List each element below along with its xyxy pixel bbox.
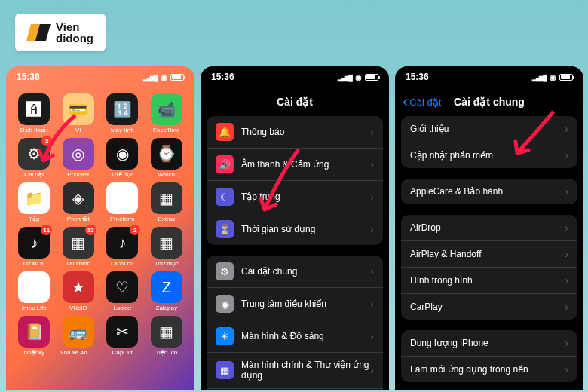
app-label: CapCut: [112, 349, 133, 356]
app-tiện-ích[interactable]: ▦Tiện ích: [146, 316, 188, 356]
app-nhà-xe-an-anh[interactable]: 🚌Nhà xe An Anh: [58, 316, 100, 356]
settings-row-airplay-handoff[interactable]: AirPlay & Handoff: [401, 241, 577, 268]
battery-icon: [365, 74, 378, 81]
app-cài-đặt[interactable]: ⚙3Cài đặt: [14, 138, 55, 178]
row-label: Màn hình chính & Thư viện ứng dụng: [241, 360, 370, 381]
signal-icon: [338, 72, 352, 82]
settings-row-th-i-gian-s-d-ng[interactable]: ⏳Thời gian sử dụng: [207, 213, 383, 245]
settings-row-dung-l-ng-iphone[interactable]: Dung lượng iPhone: [401, 330, 577, 357]
app-label: Nhật ký: [23, 349, 44, 356]
app-capcut[interactable]: ✂CapCut: [102, 316, 143, 356]
nav-header: Cài đặt: [201, 87, 389, 116]
app-la-xu-bu[interactable]: ♪2La xu bu: [102, 227, 143, 267]
logo-text: Vien didong: [56, 21, 93, 44]
chevron-right-icon: [370, 191, 374, 203]
app-label: Ví: [75, 127, 81, 133]
settings-row-tr-n-ng[interactable]: ♿Trợ năng: [207, 389, 383, 390]
app-icon: ▦: [151, 227, 182, 259]
phone-home-screen: 15:36 🅰Dịch thuật💳Ví🔢Máy tính📹FaceTime⚙3…: [6, 66, 194, 390]
row-label: Dung lượng iPhone: [410, 338, 565, 348]
settings-list: 🔔Thông báo🔊Âm thanh & Cảm ứng☾Tập trung⏳…: [201, 116, 389, 390]
status-bar: 15:36: [395, 66, 583, 87]
app-icon: Z: [151, 271, 182, 303]
settings-row-c-p-nh-t-ph-n-m-m[interactable]: Cập nhật phần mềm: [401, 142, 577, 168]
row-label: Thời gian sử dụng: [241, 224, 370, 234]
battery-icon: [559, 74, 573, 81]
chevron-right-icon: [370, 158, 374, 170]
app-icon: ★: [63, 271, 94, 303]
app-nhật-ký[interactable]: 📔Nhật ký: [14, 316, 55, 356]
back-button[interactable]: Cài đặt: [403, 93, 441, 110]
settings-row-t-p-trung[interactable]: ☾Tập trung: [207, 181, 383, 213]
notification-badge: 11: [41, 225, 52, 235]
app-máy-tính[interactable]: 🔢Máy tính: [102, 93, 143, 133]
chevron-right-icon: [370, 265, 374, 277]
chevron-right-icon: [565, 274, 568, 286]
app-label: Watch: [158, 171, 175, 178]
page-title: Cài đặt chung: [454, 96, 525, 108]
app-phim-tắt[interactable]: ◈Phim tắt: [58, 182, 100, 222]
row-icon: ◉: [216, 295, 234, 313]
app-vneid[interactable]: ★VNeID: [58, 271, 100, 311]
app-tài-chính[interactable]: ▦12Tài chính: [58, 227, 100, 267]
chevron-right-icon: [565, 222, 568, 234]
app-dịch-thuật[interactable]: 🅰Dịch thuật: [14, 93, 55, 133]
row-label: Màn hình & Độ sáng: [241, 331, 370, 341]
app-extras[interactable]: ▦Extras: [146, 182, 188, 222]
status-time: 15:36: [17, 72, 40, 82]
settings-row-carplay[interactable]: CarPlay: [401, 294, 577, 320]
app-ví[interactable]: 💳Ví: [58, 93, 100, 133]
settings-row-m-n-h-nh-s-ng[interactable]: ☀Màn hình & Độ sáng: [207, 320, 383, 353]
settings-group: 🔔Thông báo🔊Âm thanh & Cảm ứng☾Tập trung⏳…: [207, 116, 383, 245]
app-thư-mục[interactable]: ▦Thư mục: [146, 227, 188, 267]
app-icon: ◈: [63, 182, 94, 214]
app-facetime[interactable]: 📹FaceTime: [146, 93, 188, 133]
app-freeform[interactable]: ✎Freeform: [102, 182, 143, 222]
app-zalopay[interactable]: ZZalopay: [146, 271, 188, 311]
row-label: Trung tâm điều khiển: [241, 299, 370, 309]
settings-row-trung-t-m-i-u-khi-n[interactable]: ◉Trung tâm điều khiển: [207, 288, 383, 320]
chevron-right-icon: [565, 337, 568, 349]
app-icon: ♪11: [18, 227, 50, 259]
app-icon: ●: [18, 271, 50, 303]
settings-row-applecare-b-o-h-nh[interactable]: AppleCare & Bảo hành: [401, 179, 577, 204]
app-label: Zalopay: [156, 305, 177, 311]
app-locket[interactable]: ♡Locket: [102, 271, 143, 311]
settings-row-gi-i-thi-u[interactable]: Giới thiệu: [401, 116, 577, 142]
app-imou-life[interactable]: ●Imou Life: [14, 271, 55, 311]
settings-row-airdrop[interactable]: AirDrop: [401, 215, 577, 241]
settings-row-h-nh-trong-h-nh[interactable]: Hình trong hình: [401, 268, 577, 294]
app-lư-xu-bì[interactable]: ♪11Lư xu bì: [14, 227, 55, 267]
settings-row-m-n-h-nh-ch-nh-th-vi-n-ng-d-ng[interactable]: ▦Màn hình chính & Thư viện ứng dụng: [207, 353, 383, 389]
row-icon: ☾: [216, 188, 234, 206]
settings-row-c-i-t-chung[interactable]: ⚙Cài đặt chung: [207, 256, 383, 288]
signal-icon: [143, 72, 158, 82]
row-icon: 🔊: [216, 155, 234, 173]
app-tệp[interactable]: 📁Tệp: [14, 182, 55, 222]
app-icon: 🚌: [63, 316, 94, 348]
signal-icon: [532, 72, 547, 82]
row-label: Hình trong hình: [410, 275, 565, 286]
settings-group: AirDropAirPlay & HandoffHình trong hìnhC…: [401, 215, 577, 320]
chevron-right-icon: [370, 223, 374, 235]
settings-row--m-thanh-c-m-ng[interactable]: 🔊Âm thanh & Cảm ứng: [207, 149, 383, 181]
row-label: Tập trung: [241, 191, 370, 202]
settings-row-l-m-m-i-ng-d-ng-trong-n-n[interactable]: Làm mới ứng dụng trong nền: [401, 357, 577, 382]
chevron-right-icon: [565, 149, 568, 161]
row-label: AirPlay & Handoff: [410, 249, 565, 259]
row-icon: ☀: [216, 327, 234, 345]
app-thể-dục[interactable]: ◉Thể dục: [102, 138, 143, 178]
page-title: Cài đặt: [277, 96, 313, 108]
notification-badge: 2: [130, 225, 140, 235]
app-icon: 📹: [151, 93, 182, 125]
settings-row-th-ng-b-o[interactable]: 🔔Thông báo: [207, 116, 383, 149]
app-label: Locket: [113, 305, 131, 311]
row-icon: 🔔: [216, 123, 234, 141]
app-icon: ◎: [63, 138, 94, 170]
chevron-right-icon: [370, 298, 374, 310]
app-watch[interactable]: ⌚Watch: [146, 138, 188, 178]
chevron-right-icon: [565, 248, 568, 260]
chevron-right-icon: [565, 301, 568, 313]
chevron-right-icon: [370, 126, 374, 138]
app-podcast[interactable]: ◎Podcast: [58, 138, 100, 178]
